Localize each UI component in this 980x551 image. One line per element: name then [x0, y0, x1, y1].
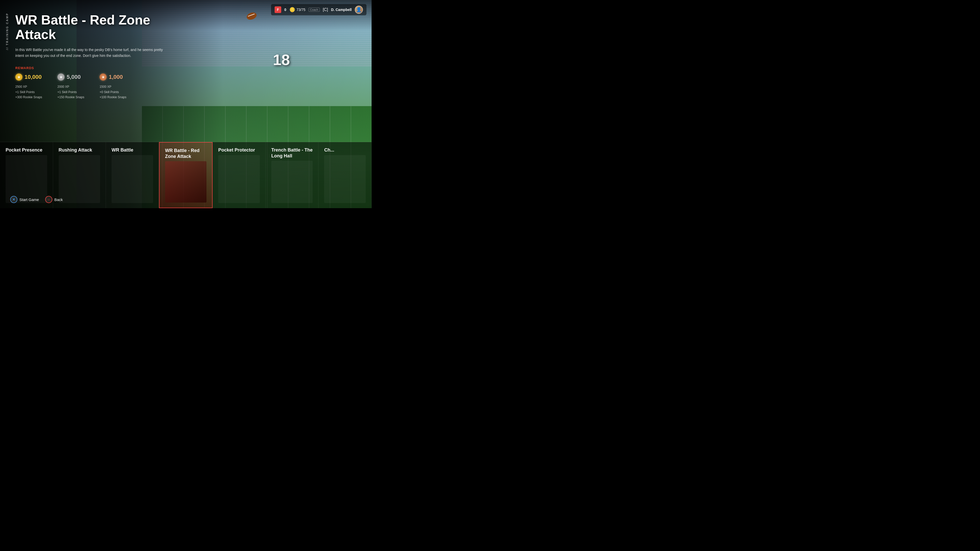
- hud-avatar: 👤: [355, 6, 363, 14]
- carousel-item-wr-battle-red-zone[interactable]: WR Battle - Red Zone Attack: [159, 142, 213, 208]
- carousel-thumb-wr-battle: [111, 155, 153, 203]
- reward-bronze: ★ 1,000 1500 XP +0 Skill Points +100 Roo…: [100, 73, 126, 100]
- reward-bronze-badge: ★ 1,000: [100, 73, 126, 81]
- page-description: In this WR Battle you've made it all the…: [15, 47, 163, 59]
- reward-gold: ★ 10,000 2500 XP +1 Skill Points +300 Ro…: [15, 73, 42, 100]
- carousel-title-rushing-attack: Rushing Attack: [59, 147, 100, 153]
- carousel-thumb-wr-battle-red-zone: [165, 161, 207, 203]
- start-game-label: Start Game: [19, 197, 39, 202]
- carousel-thumb-trench-battle: [271, 161, 313, 203]
- carousel-item-wr-battle[interactable]: WR Battle: [106, 142, 159, 208]
- carousel-title-trench-battle: Trench Battle - The Long Hall: [271, 147, 313, 159]
- gold-amount: 10,000: [24, 74, 41, 80]
- silver-details: 2000 XP +1 Skill Points +150 Rookie Snap…: [57, 84, 84, 100]
- carousel-title-more: Ch...: [324, 147, 366, 153]
- hud-coach-name: D. Campbell: [331, 8, 352, 12]
- start-game-button[interactable]: ✕ Start Game: [10, 196, 39, 203]
- page-title: WR Battle - Red Zone Attack: [15, 13, 171, 42]
- top-hud: F 0 🪙 73/75 Coach [C] D. Campbell 👤: [271, 4, 366, 15]
- capacity-icon: 🪙: [290, 7, 295, 13]
- gold-icon: ★: [15, 73, 22, 81]
- carousel-item-trench-battle[interactable]: Trench Battle - The Long Hall: [266, 142, 319, 208]
- silver-icon: ★: [57, 73, 65, 81]
- reward-gold-badge: ★ 10,000: [15, 73, 42, 81]
- bronze-snaps: +100 Rookie Snaps: [100, 95, 126, 100]
- bottom-bar: ✕ Start Game ○ Back: [10, 196, 63, 203]
- main-content: WR Battle - Red Zone Attack In this WR B…: [0, 0, 184, 130]
- carousel-title-pocket-presence: Pocket Presence: [6, 147, 47, 153]
- bronze-skill: +0 Skill Points: [100, 89, 126, 95]
- carousel-thumb-more: [324, 155, 366, 203]
- rewards-label: REWARDS: [15, 66, 171, 70]
- hud-coach-label: Coach: [309, 8, 320, 12]
- carousel-title-pocket-protector: Pocket Protector: [218, 147, 260, 153]
- back-label: Back: [54, 197, 63, 202]
- bronze-details: 1500 XP +0 Skill Points +100 Rookie Snap…: [100, 84, 126, 100]
- hud-coach-bracket: [C]: [323, 7, 328, 12]
- gold-details: 2500 XP +1 Skill Points +300 Rookie Snap…: [15, 84, 42, 100]
- carousel-item-more[interactable]: Ch...: [318, 142, 372, 208]
- carousel-title-wr-battle-red-zone: WR Battle - Red Zone Attack: [165, 148, 207, 159]
- back-button[interactable]: ○ Back: [45, 196, 63, 203]
- bronze-icon: ★: [100, 73, 107, 81]
- gold-snaps: +300 Rookie Snaps: [15, 95, 42, 100]
- carousel-thumb-rushing-attack: [59, 155, 100, 203]
- carousel-title-wr-battle: WR Battle: [111, 147, 153, 153]
- rewards-row: ★ 10,000 2500 XP +1 Skill Points +300 Ro…: [15, 73, 171, 100]
- reward-silver: ★ 5,000 2000 XP +1 Skill Points +150 Roo…: [57, 73, 84, 100]
- bronze-xp: 1500 XP: [100, 84, 126, 89]
- gold-xp: 2500 XP: [15, 84, 42, 89]
- silver-amount: 5,000: [67, 74, 81, 80]
- capacity-value: 73/75: [297, 8, 305, 12]
- o-button-icon: ○: [45, 196, 52, 203]
- bronze-amount: 1,000: [109, 74, 123, 80]
- hud-points: 0: [284, 8, 286, 12]
- silver-skill: +1 Skill Points: [57, 89, 84, 95]
- hud-f-badge: F: [275, 6, 281, 13]
- carousel-thumb-pocket-protector: [218, 155, 260, 203]
- silver-xp: 2000 XP: [57, 84, 84, 89]
- hud-capacity: 🪙 73/75: [290, 7, 305, 13]
- carousel-item-pocket-protector[interactable]: Pocket Protector: [213, 142, 266, 208]
- silver-snaps: +150 Rookie Snaps: [57, 95, 84, 100]
- reward-silver-badge: ★ 5,000: [57, 73, 84, 81]
- x-button-icon: ✕: [10, 196, 18, 203]
- gold-skill: +1 Skill Points: [15, 89, 42, 95]
- player-jersey-number: 18: [273, 51, 290, 68]
